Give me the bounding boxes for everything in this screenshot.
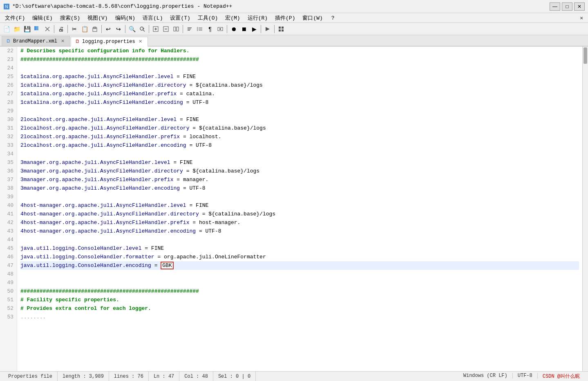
close-button[interactable]: ✕ [574,2,585,11]
tb-open[interactable]: 📁 [12,24,22,34]
svg-rect-3 [36,26,38,30]
code-line: java.util.logging.ConsoleHandler.encodin… [20,261,579,270]
title-bar: N *D:\software\apache-tomcat-8.5.68\conf… [0,0,588,13]
menu-bar: 文件(F) 编辑(E) 搜索(S) 视图(V) 编码(N) 语言(L) 设置(T… [0,13,588,23]
tb-macro-rec[interactable]: ⏺ [229,24,239,34]
minimize-button[interactable]: — [550,2,560,11]
menu-view[interactable]: 视图(V) [84,13,111,22]
status-length: length : 3,989 [58,372,109,381]
code-line: ########################################… [20,287,579,296]
tb-indent-guide[interactable] [195,24,205,34]
code-line: 4host-manager.org.apache.juli.AsyncFileH… [20,218,579,227]
separator-1 [54,25,54,33]
tb-sync-scroll[interactable] [171,24,181,34]
menu-window[interactable]: 窗口(W) [299,13,326,22]
code-line [20,235,579,244]
line-number: 23 [3,55,13,64]
editor-container: 2223242526272829303132333435363738394041… [0,47,588,371]
line-number: 28 [3,98,13,107]
svg-rect-28 [279,27,281,29]
code-line: java.util.logging.ConsoleHandler.formatt… [20,253,579,261]
window-controls[interactable]: — □ ✕ [550,2,585,11]
tb-macro-play[interactable]: ▶ [249,24,259,34]
line-number: 49 [3,278,13,287]
svg-rect-29 [282,27,284,29]
line-number: 35 [3,158,13,167]
line-number: 36 [3,167,13,175]
tb-undo[interactable]: ↩ [103,24,113,34]
menu-search[interactable]: 搜索(S) [57,13,83,22]
tb-show-symbol[interactable]: ¶ [205,24,215,34]
menu-settings[interactable]: 设置(T) [167,13,193,22]
tab-prop-icon: 🗋 [75,39,80,44]
status-right: Windows (CR LF) UTF-8 CSDN @叫什么昵 [458,373,585,380]
separator-4 [125,25,125,33]
tb-zoom-in[interactable] [151,24,161,34]
code-line: 4host-manager.org.apache.juli.AsyncFileH… [20,201,579,210]
svg-rect-7 [94,27,96,29]
line-number: 43 [3,227,13,235]
tab-brandmapper[interactable]: 🗋 BrandMapper.xml ✕ [2,36,70,46]
menu-language[interactable]: 语言(L) [139,13,166,22]
tb-zoom-restore[interactable] [215,24,225,34]
line-number: 32 [3,132,13,141]
code-area[interactable]: # Describes specific configuration info … [17,47,582,371]
code-line: 1catalina.org.apache.juli.AsyncFileHandl… [20,98,579,107]
menu-plugins[interactable]: 插件(P) [272,13,298,22]
tab-logging-close[interactable]: ✕ [138,39,143,45]
tb-cut[interactable]: ✂ [69,24,79,34]
line-number: 42 [3,218,13,227]
tb-macro-stop[interactable]: ⏹ [239,24,249,34]
tab-logging[interactable]: 🗋 logging.properties ✕ [71,37,148,47]
separator-2 [67,25,68,33]
tb-copy[interactable]: 📋 [80,24,89,34]
line-number: 34 [3,150,13,158]
code-line [20,278,579,287]
svg-rect-17 [177,27,179,31]
tb-print[interactable]: 🖨 [56,24,66,34]
line-number: 45 [3,244,13,253]
tb-zoom-out[interactable] [161,24,171,34]
menu-run[interactable]: 运行(R) [244,13,271,22]
tb-save-all[interactable] [32,24,42,34]
window-title: *D:\software\apache-tomcat-8.5.68\conf\l… [12,3,232,9]
menu-help[interactable]: ？ [327,13,339,22]
line-number: 53 [3,313,13,321]
tb-find-next[interactable] [137,24,147,34]
tb-save[interactable]: 💾 [22,24,32,34]
menu-file[interactable]: 文件(F) [2,13,28,22]
code-line: # Describes specific configuration info … [20,47,579,55]
tb-paste[interactable] [90,24,100,34]
status-bar: Properties file length : 3,989 lines : 7… [0,371,588,381]
title-right-x[interactable]: ✕ [580,15,586,21]
svg-rect-31 [282,29,284,31]
separator-6 [183,25,183,33]
code-line: 4host-manager.org.apache.juli.AsyncFileH… [20,210,579,218]
line-number: 31 [3,124,13,132]
tab-bar: 🗋 BrandMapper.xml ✕ 🗋 logging.properties… [0,35,588,47]
code-line [20,270,579,278]
tb-run-script[interactable] [263,24,273,34]
menu-tools[interactable]: 工具(O) [195,13,221,22]
line-number: 39 [3,193,13,201]
title-bar-left: N *D:\software\apache-tomcat-8.5.68\conf… [3,3,232,10]
tb-wrap[interactable] [185,24,195,34]
menu-edit[interactable]: 编辑(E) [29,13,56,22]
code-line: ........ [20,313,579,321]
menu-encoding[interactable]: 编码(N) [112,13,139,22]
code-line: 2localhost.org.apache.juli.AsyncFileHand… [20,115,579,124]
code-line: ########################################… [20,55,579,64]
menu-macro[interactable]: 宏(M) [222,13,243,22]
tb-new[interactable]: 📄 [2,24,11,34]
line-number: 37 [3,175,13,184]
status-filetype: Properties file [3,372,58,381]
tb-redo[interactable]: ↪ [114,24,123,34]
tab-brandmapper-close[interactable]: ✕ [60,38,65,44]
maximize-button[interactable]: □ [562,2,572,11]
tb-more[interactable] [276,24,286,34]
code-line: 2localhost.org.apache.juli.AsyncFileHand… [20,124,579,132]
line-number: 30 [3,115,13,124]
scrollbar[interactable] [582,47,588,371]
tb-close[interactable] [42,24,52,34]
tb-find[interactable]: 🔍 [127,24,137,34]
